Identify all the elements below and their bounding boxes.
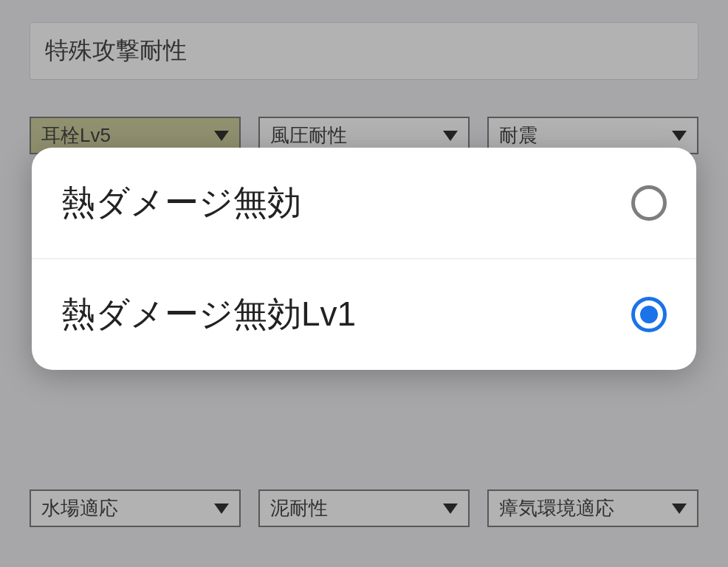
radio-unchecked-icon (631, 185, 667, 221)
modal-option-heat-damage-null-lv1[interactable]: 熱ダメージ無効Lv1 (32, 258, 696, 370)
selection-modal: 熱ダメージ無効 熱ダメージ無効Lv1 (32, 148, 696, 370)
radio-checked-icon (631, 297, 667, 332)
modal-option-heat-damage-null[interactable]: 熱ダメージ無効 (32, 148, 696, 258)
modal-option-label: 熱ダメージ無効Lv1 (61, 292, 356, 337)
modal-option-label: 熱ダメージ無効 (61, 180, 301, 226)
